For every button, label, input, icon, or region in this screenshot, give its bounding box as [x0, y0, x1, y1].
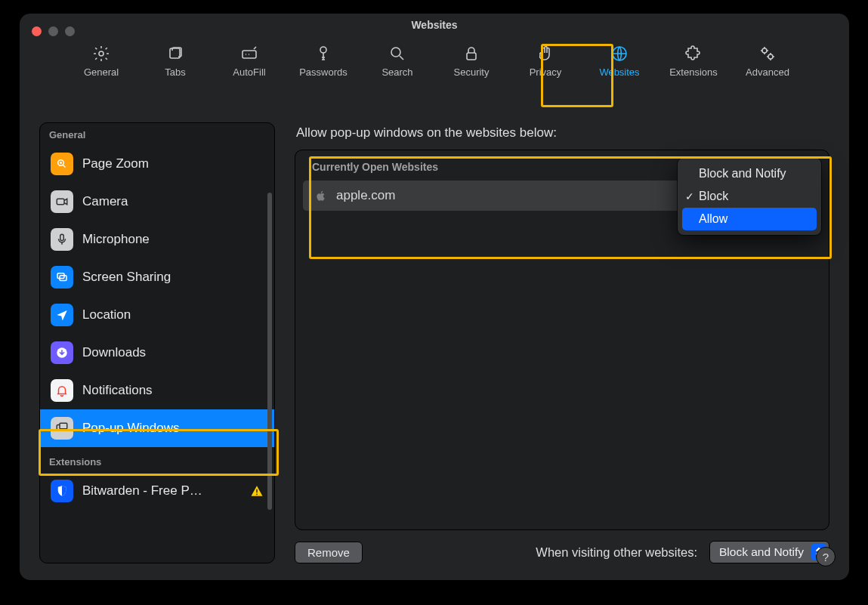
settings-sidebar: General Page Zoom Camera: [39, 122, 275, 563]
location-icon: [51, 304, 73, 326]
tab-label: Advanced: [746, 66, 789, 78]
tab-tabs[interactable]: Tabs: [145, 41, 205, 81]
sidebar-list[interactable]: Page Zoom Camera Microphone: [40, 145, 274, 563]
svg-point-8: [768, 54, 773, 59]
svg-point-0: [99, 51, 103, 56]
sidebar-item-bitwarden[interactable]: Bitwarden - Free P…: [40, 472, 274, 510]
sidebar-item-microphone[interactable]: Microphone: [40, 221, 274, 258]
sidebar-item-label: Microphone: [82, 232, 264, 247]
autofill-icon: [239, 44, 259, 63]
other-websites-select[interactable]: Block and Notify: [709, 541, 829, 563]
window-controls: [32, 26, 75, 36]
sidebar-item-location[interactable]: Location: [40, 296, 274, 334]
tab-general[interactable]: General: [71, 41, 131, 81]
svg-rect-5: [467, 53, 476, 60]
key-icon: [314, 44, 333, 63]
preferences-toolbar: General Tabs AutoFill Passwords: [20, 36, 849, 91]
pane-footer: Remove When visiting other websites: Blo…: [295, 541, 829, 563]
tab-search[interactable]: Search: [367, 41, 428, 81]
select-value: Block and Notify: [719, 545, 804, 559]
sidebar-item-label: Pop-up Windows: [82, 421, 264, 436]
sidebar-scrollbar[interactable]: [267, 193, 272, 510]
tab-label: Security: [454, 66, 490, 78]
tab-passwords[interactable]: Passwords: [293, 41, 354, 81]
settings-pane: Allow pop-up windows on the websites bel…: [295, 122, 829, 563]
lock-icon: [462, 44, 481, 63]
close-window-button[interactable]: [32, 26, 42, 36]
zoom-window-button[interactable]: [65, 26, 75, 36]
sidebar-item-screen-sharing[interactable]: Screen Sharing: [40, 258, 274, 296]
svg-point-7: [762, 48, 767, 53]
sidebar-section-general: General: [40, 123, 274, 145]
dropdown-option-block-and-notify[interactable]: Block and Notify: [678, 162, 821, 185]
tab-autofill[interactable]: AutoFill: [219, 41, 280, 81]
sidebar-item-popup-windows[interactable]: Pop-up Windows: [40, 409, 274, 447]
svg-point-4: [391, 48, 400, 57]
dropdown-option-label: Block and Notify: [699, 167, 786, 181]
warning-icon: [250, 484, 264, 498]
sidebar-item-downloads[interactable]: Downloads: [40, 334, 274, 372]
window-title: Websites: [20, 14, 849, 36]
tab-security[interactable]: Security: [441, 41, 502, 81]
svg-rect-11: [60, 234, 64, 240]
sidebar-item-notifications[interactable]: Notifications: [40, 372, 274, 409]
tab-label: Search: [381, 66, 412, 78]
dropdown-option-label: Block: [699, 190, 728, 203]
tabs-icon: [165, 44, 185, 63]
svg-rect-17: [256, 489, 258, 493]
website-domain: apple.com: [336, 188, 395, 203]
hand-icon: [536, 44, 555, 63]
sidebar-section-extensions: Extensions: [40, 450, 274, 472]
sidebar-item-label: Location: [82, 307, 264, 323]
tab-extensions[interactable]: Extensions: [663, 41, 724, 81]
preferences-window: Websites General Tabs AutoFill: [20, 14, 849, 580]
bell-icon: [51, 379, 73, 402]
tab-label: Passwords: [299, 66, 348, 78]
tab-label: Tabs: [165, 66, 185, 78]
tab-label: Websites: [599, 66, 639, 78]
sidebar-item-label: Notifications: [82, 383, 264, 398]
search-icon: [388, 44, 407, 63]
sidebar-item-label: Bitwarden - Free P…: [82, 483, 241, 499]
sidebar-item-label: Downloads: [82, 345, 264, 360]
microphone-icon: [51, 228, 73, 251]
svg-point-3: [320, 47, 326, 53]
downloads-icon: [51, 341, 73, 364]
sidebar-item-camera[interactable]: Camera: [40, 183, 274, 221]
popup-policy-dropdown[interactable]: Block and Notify Block Allow: [678, 158, 821, 235]
globe-icon: [610, 44, 629, 63]
minimize-window-button[interactable]: [48, 26, 58, 36]
websites-listbox: Currently Open Websites apple.com Block …: [295, 150, 829, 530]
dropdown-option-allow[interactable]: Allow: [682, 208, 817, 230]
remove-button[interactable]: Remove: [295, 542, 363, 563]
puzzle-icon: [684, 44, 703, 63]
tab-label: AutoFill: [233, 66, 265, 78]
apple-icon: [315, 190, 327, 202]
dropdown-option-label: Allow: [699, 212, 727, 226]
sidebar-item-label: Screen Sharing: [82, 270, 264, 285]
tab-label: General: [84, 66, 119, 78]
sidebar-item-label: Page Zoom: [82, 156, 264, 171]
other-websites-label: When visiting other websites:: [536, 545, 697, 560]
tab-label: Extensions: [669, 66, 718, 78]
screen-sharing-icon: [51, 266, 73, 289]
pane-heading: Allow pop-up windows on the websites bel…: [296, 125, 829, 140]
tab-advanced[interactable]: Advanced: [737, 41, 798, 81]
sidebar-item-label: Camera: [82, 194, 264, 209]
svg-rect-10: [57, 199, 64, 205]
tab-websites[interactable]: Websites: [589, 41, 650, 81]
sidebar-item-page-zoom[interactable]: Page Zoom: [40, 145, 274, 183]
camera-icon: [51, 190, 73, 213]
svg-rect-16: [60, 423, 67, 429]
tab-privacy[interactable]: Privacy: [515, 41, 576, 81]
dropdown-option-block[interactable]: Block: [678, 185, 821, 208]
tab-label: Privacy: [530, 66, 562, 78]
zoom-icon: [51, 153, 73, 175]
gear-icon: [91, 44, 111, 63]
shield-icon: [51, 480, 73, 502]
svg-rect-18: [256, 494, 258, 495]
help-button[interactable]: ?: [816, 547, 836, 566]
popup-icon: [51, 417, 73, 440]
gears-icon: [758, 44, 777, 63]
